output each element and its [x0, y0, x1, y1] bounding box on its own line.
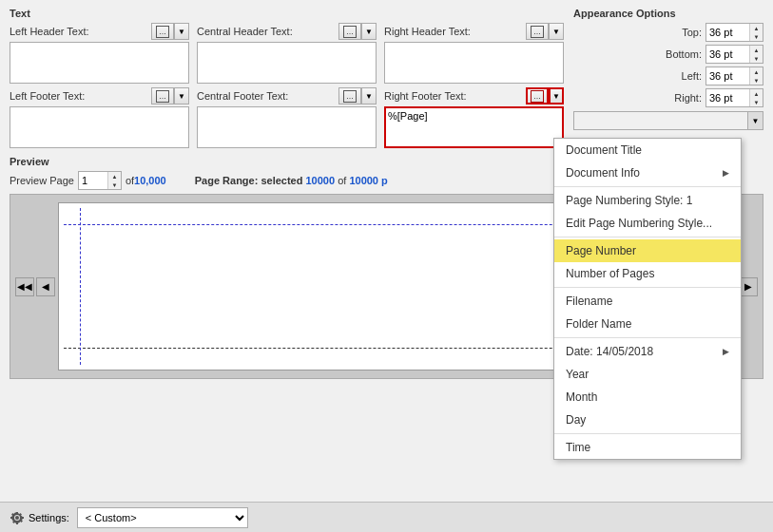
right-footer-insert-btn[interactable]: … — [526, 87, 549, 104]
left-footer-textarea[interactable] — [10, 106, 189, 148]
preview-page-label: Preview Page — [10, 175, 74, 186]
bottom-input[interactable] — [706, 46, 749, 63]
left-header-textarea[interactable] — [10, 42, 189, 84]
central-header-textarea[interactable] — [197, 42, 377, 84]
central-footer-label-row: Central Footer Text: … ▼ — [197, 87, 377, 104]
central-footer-dropdown-btn[interactable]: ▼ — [361, 87, 377, 104]
central-header-dropdown-btn[interactable]: ▼ — [361, 23, 377, 40]
right-footer-label: Right Footer Text: — [384, 90, 524, 102]
bottom-label: Bottom: — [666, 48, 702, 60]
preview-page-down[interactable]: ▼ — [108, 180, 121, 189]
prev-first-btn[interactable]: ◀◀ — [15, 277, 34, 296]
dropdown-item-page-numbering-style[interactable]: Page Numbering Style: 1 — [554, 189, 741, 212]
dropdown-item-number-of-pages[interactable]: Number of Pages — [554, 262, 741, 285]
left-header-label-row: Left Header Text: … ▼ — [10, 23, 189, 40]
next-btn[interactable]: ▶ — [739, 277, 758, 296]
dropdown-submenu-arrow-date: ▶ — [723, 347, 729, 356]
central-footer-insert-btn[interactable]: … — [338, 87, 361, 104]
right-up-arrow[interactable]: ▲ — [750, 89, 763, 98]
left-arrows: ▲ ▼ — [749, 67, 763, 85]
dropdown-item-label-time: Time — [566, 441, 590, 454]
insert-icon: … — [156, 90, 169, 103]
right-arrows: ▲ ▼ — [749, 89, 763, 106]
gear-icon — [10, 510, 25, 525]
dropdown-separator — [554, 287, 741, 288]
right-down-arrow[interactable]: ▼ — [750, 98, 763, 106]
dropdown-item-filename[interactable]: Filename — [554, 290, 741, 313]
right-footer-dropdown-btn[interactable]: ▼ — [549, 87, 564, 104]
right-spinner[interactable]: ▲ ▼ — [705, 88, 763, 107]
bottom-spinner[interactable]: ▲ ▼ — [705, 45, 763, 64]
right-footer-label-row: Right Footer Text: … ▼ — [384, 87, 564, 104]
bottom-up-arrow[interactable]: ▲ — [750, 46, 763, 54]
central-footer-label: Central Footer Text: — [197, 90, 337, 102]
right-header-cell: Right Header Text: … ▼ — [384, 23, 564, 84]
appearance-scrollbar[interactable]: ▼ — [573, 111, 763, 130]
settings-select[interactable]: < Custom> — [77, 507, 248, 528]
dropdown-item-date[interactable]: Date: 14/05/2018▶ — [554, 340, 741, 363]
top-input[interactable] — [706, 24, 749, 41]
preview-page-spinner[interactable]: ▲ ▼ — [78, 171, 122, 190]
top-up-arrow[interactable]: ▲ — [750, 24, 763, 32]
dropdown-item-document-title[interactable]: Document Title — [554, 139, 741, 162]
left-up-arrow[interactable]: ▲ — [750, 67, 763, 76]
dropdown-item-document-info[interactable]: Document Info▶ — [554, 162, 741, 184]
dropdown-separator — [554, 337, 741, 338]
insert-icon: … — [531, 26, 544, 38]
right-header-dropdown-btn[interactable]: ▼ — [549, 23, 564, 40]
left-footer-label: Left Footer Text: — [10, 90, 149, 102]
dropdown-item-day[interactable]: Day — [554, 408, 741, 431]
central-header-label-row: Central Header Text: … ▼ — [197, 23, 377, 40]
left-footer-dropdown-btn[interactable]: ▼ — [174, 87, 189, 104]
dropdown-item-label-folder-name: Folder Name — [566, 317, 631, 331]
dropdown-item-label-year: Year — [566, 368, 589, 381]
top-margin-row: Top: ▲ ▼ — [573, 23, 763, 42]
central-footer-textarea[interactable] — [197, 106, 377, 148]
dropdown-item-edit-page-numbering[interactable]: Edit Page Numbering Style... — [554, 212, 741, 235]
right-header-label-row: Right Header Text: … ▼ — [384, 23, 564, 40]
dropdown-item-folder-name[interactable]: Folder Name — [554, 313, 741, 335]
dropdown-item-year[interactable]: Year — [554, 363, 741, 386]
top-spinner[interactable]: ▲ ▼ — [705, 23, 763, 42]
preview-range-label: Page Range: selected 10000 of 10000 p — [195, 175, 388, 186]
left-down-arrow[interactable]: ▼ — [750, 76, 763, 85]
dropdown-item-label-page-numbering-style: Page Numbering Style: 1 — [566, 194, 692, 207]
right-header-insert-btn[interactable]: … — [526, 23, 549, 40]
left-header-insert-btn[interactable]: … — [151, 23, 174, 40]
scrollbar-down[interactable]: ▼ — [747, 112, 763, 129]
prev-btn[interactable]: ◀ — [36, 277, 55, 296]
right-header-textarea[interactable] — [384, 42, 564, 84]
top-section: Text Left Header Text: … ▼ — [0, 0, 773, 156]
central-header-insert-btn[interactable]: … — [338, 23, 361, 40]
left-label: Left: — [682, 70, 702, 82]
central-footer-cell: Central Footer Text: … ▼ — [197, 87, 377, 148]
dropdown-separator — [554, 237, 741, 238]
top-down-arrow[interactable]: ▼ — [750, 32, 763, 41]
right-input[interactable] — [706, 89, 749, 106]
bottom-down-arrow[interactable]: ▼ — [750, 54, 763, 63]
left-footer-insert-btn[interactable]: … — [151, 87, 174, 104]
page-range-text: Page Range: selected — [195, 175, 306, 186]
insert-icon: … — [343, 90, 357, 103]
dropdown-item-month[interactable]: Month — [554, 386, 741, 408]
dropdown-item-label-day: Day — [566, 413, 586, 427]
preview-page-input[interactable] — [79, 172, 107, 189]
right-header-label: Right Header Text: — [384, 26, 524, 37]
settings-label: Settings: — [29, 512, 69, 523]
dropdown-item-time[interactable]: Time — [554, 436, 741, 459]
dropdown-item-page-number[interactable]: Page Number — [554, 239, 741, 262]
dropdown-item-label-document-title: Document Title — [566, 143, 642, 157]
left-input[interactable] — [706, 67, 749, 85]
left-footer-label-row: Left Footer Text: … ▼ — [10, 87, 189, 104]
dropdown-item-label-filename: Filename — [566, 294, 612, 308]
preview-page-up[interactable]: ▲ — [108, 172, 121, 180]
dropdown-item-label-document-info: Document Info — [566, 166, 640, 180]
dropdown-item-label-edit-page-numbering: Edit Page Numbering Style... — [566, 217, 712, 230]
left-header-dropdown-btn[interactable]: ▼ — [174, 23, 189, 40]
text-section-label: Text — [10, 8, 564, 19]
left-spinner[interactable]: ▲ ▼ — [705, 66, 763, 86]
left-header-cell: Left Header Text: … ▼ — [10, 23, 189, 84]
range-value: 10000 — [306, 175, 336, 186]
right-footer-textarea[interactable]: %[Page] — [384, 106, 564, 148]
header-grid: Left Header Text: … ▼ Central Header Tex… — [10, 23, 564, 84]
